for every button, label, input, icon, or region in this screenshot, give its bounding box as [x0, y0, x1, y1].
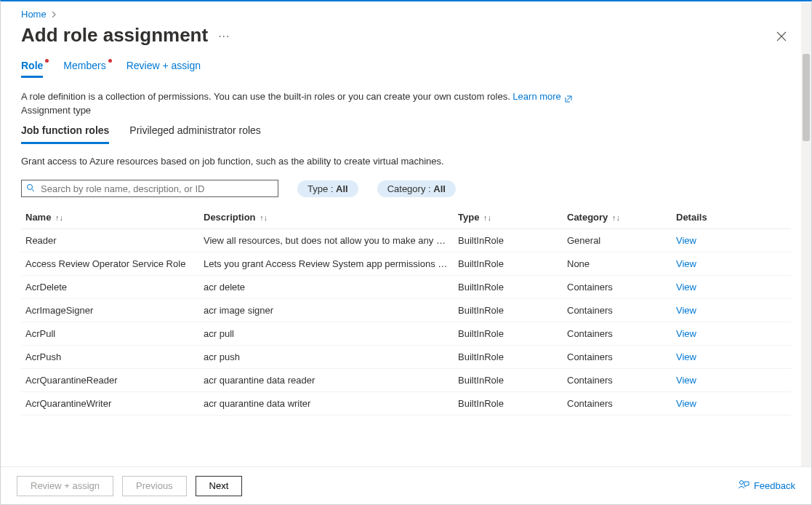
table-row[interactable]: AcrPushacr pushBuiltInRoleContainersView	[21, 346, 791, 369]
search-input[interactable]	[39, 183, 273, 195]
role-category-cell: Containers	[563, 392, 672, 415]
view-link[interactable]: View	[672, 299, 791, 322]
scrollbar-track[interactable]	[801, 3, 811, 469]
role-type-cell: BuiltInRole	[454, 229, 563, 252]
tab-privileged-admin-roles[interactable]: Privileged administrator roles	[129, 124, 261, 144]
table-row[interactable]: AcrQuarantineReaderacr quarantine data r…	[21, 369, 791, 392]
role-description-cell: View all resources, but does not allow y…	[199, 229, 454, 252]
role-type-cell: BuiltInRole	[454, 369, 563, 392]
required-dot-icon	[45, 59, 49, 63]
view-link[interactable]: View	[672, 229, 791, 252]
sort-icon: ↑↓	[612, 213, 620, 222]
col-cat-label: Category	[567, 212, 608, 223]
search-box[interactable]	[21, 180, 278, 197]
tab-members-label: Members	[63, 60, 105, 71]
next-button[interactable]: Next	[196, 476, 243, 496]
table-row[interactable]: AcrImageSigneracr image signerBuiltInRol…	[21, 299, 791, 322]
chevron-right-icon	[51, 9, 57, 20]
sort-icon: ↑↓	[55, 213, 63, 222]
filter-category-value: All	[433, 183, 446, 194]
col-name-label: Name	[25, 212, 51, 223]
role-description-cell: Lets you grant Access Review System app …	[199, 252, 454, 276]
roles-table: Name ↑↓ Description ↑↓ Type ↑↓ Category …	[21, 206, 791, 415]
role-name-cell: AcrPull	[21, 322, 199, 346]
close-icon	[776, 31, 787, 41]
tab-review-label: Review + assign	[126, 60, 201, 71]
view-link[interactable]: View	[672, 322, 791, 346]
assignment-type-label: Assignment type	[21, 105, 791, 116]
breadcrumb: Home	[1, 1, 811, 23]
grant-access-description: Grant access to Azure resources based on…	[21, 156, 791, 167]
page-header: Add role assignment ···	[1, 23, 811, 60]
role-category-cell: Containers	[563, 322, 672, 346]
role-name-cell: AcrDelete	[21, 276, 199, 299]
view-link[interactable]: View	[672, 369, 791, 392]
svg-point-0	[28, 184, 33, 189]
review-assign-button[interactable]: Review + assign	[17, 476, 113, 496]
feedback-link[interactable]: Feedback	[738, 479, 795, 493]
assignment-type-tabs: Job function roles Privileged administra…	[21, 124, 791, 144]
role-name-cell: AcrQuarantineWriter	[21, 392, 199, 415]
table-row[interactable]: AcrDeleteacr deleteBuiltInRoleContainers…	[21, 276, 791, 299]
col-header-type[interactable]: Type ↑↓	[454, 206, 563, 229]
sort-icon: ↑↓	[483, 213, 491, 222]
view-link[interactable]: View	[672, 276, 791, 299]
tab-role-label: Role	[21, 60, 43, 71]
feedback-icon	[738, 479, 749, 493]
role-type-cell: BuiltInRole	[454, 252, 563, 276]
breadcrumb-home[interactable]: Home	[21, 9, 47, 20]
role-name-cell: Access Review Operator Service Role	[21, 252, 199, 276]
learn-more-link[interactable]: Learn more	[512, 91, 572, 102]
previous-button[interactable]: Previous	[122, 476, 187, 496]
tab-review-assign[interactable]: Review + assign	[126, 60, 201, 78]
role-type-cell: BuiltInRole	[454, 346, 563, 369]
required-dot-icon	[108, 59, 112, 63]
tab-job-function-roles[interactable]: Job function roles	[21, 124, 109, 144]
filter-category-pill[interactable]: Category : All	[377, 180, 456, 197]
feedback-label: Feedback	[754, 480, 795, 491]
col-type-label: Type	[458, 212, 479, 223]
col-header-category[interactable]: Category ↑↓	[563, 206, 672, 229]
more-actions-icon[interactable]: ···	[218, 30, 230, 43]
role-name-cell: AcrImageSigner	[21, 299, 199, 322]
view-link[interactable]: View	[672, 252, 791, 276]
view-link[interactable]: View	[672, 346, 791, 369]
table-row[interactable]: AcrQuarantineWriteracr quarantine data w…	[21, 392, 791, 415]
filter-category-label: Category :	[387, 183, 434, 194]
tab-members[interactable]: Members	[63, 60, 105, 78]
col-header-description[interactable]: Description ↑↓	[199, 206, 454, 229]
svg-point-1	[739, 481, 743, 485]
role-description-cell: acr delete	[199, 276, 454, 299]
role-type-cell: BuiltInRole	[454, 322, 563, 346]
table-row[interactable]: Access Review Operator Service RoleLets …	[21, 252, 791, 276]
role-type-cell: BuiltInRole	[454, 392, 563, 415]
scrollbar-thumb[interactable]	[803, 54, 810, 141]
col-header-name[interactable]: Name ↑↓	[21, 206, 199, 229]
intro-body: A role definition is a collection of per…	[21, 91, 512, 102]
tab-role[interactable]: Role	[21, 60, 43, 78]
filter-type-value: All	[336, 183, 348, 194]
role-description-cell: acr image signer	[199, 299, 454, 322]
role-description-cell: acr pull	[199, 322, 454, 346]
view-link[interactable]: View	[672, 392, 791, 415]
learn-more-label: Learn more	[512, 91, 560, 102]
table-row[interactable]: ReaderView all resources, but does not a…	[21, 229, 791, 252]
col-desc-label: Description	[204, 212, 256, 223]
role-description-cell: acr quarantine data reader	[199, 369, 454, 392]
role-name-cell: Reader	[21, 229, 199, 252]
role-name-cell: AcrPush	[21, 346, 199, 369]
role-description-cell: acr quarantine data writer	[199, 392, 454, 415]
search-icon	[26, 183, 35, 194]
role-description-cell: acr push	[199, 346, 454, 369]
close-button[interactable]	[772, 29, 791, 46]
role-category-cell: None	[563, 252, 672, 276]
role-type-cell: BuiltInRole	[454, 276, 563, 299]
role-type-cell: BuiltInRole	[454, 299, 563, 322]
col-header-details: Details	[672, 206, 791, 229]
role-category-cell: Containers	[563, 369, 672, 392]
wizard-tabs: Role Members Review + assign	[21, 60, 791, 78]
filter-type-label: Type :	[307, 183, 336, 194]
role-category-cell: Containers	[563, 276, 672, 299]
filter-type-pill[interactable]: Type : All	[297, 180, 358, 197]
table-row[interactable]: AcrPullacr pullBuiltInRoleContainersView	[21, 322, 791, 346]
